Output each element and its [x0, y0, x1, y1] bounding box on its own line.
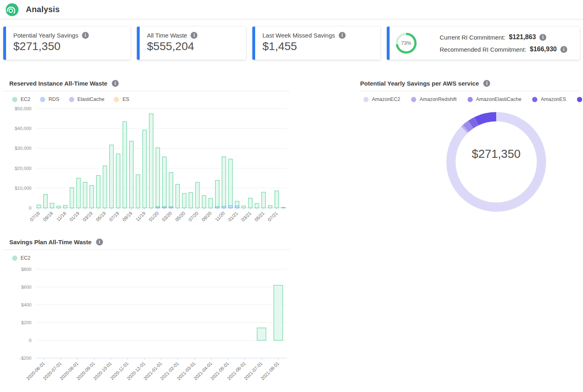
legend-item-rds[interactable]: RDS	[40, 96, 59, 102]
legend-item-amazones[interactable]: AmazonES	[532, 96, 566, 102]
legend-item-amazonrds[interactable]: AmazonRDS	[577, 96, 583, 102]
legend-item-amazonredshift[interactable]: AmazonRedshift	[411, 96, 457, 102]
bar-ec2-06/20[interactable]	[189, 193, 193, 208]
bar-ec2-08/21[interactable]	[281, 208, 285, 208]
bar-ec2-03/20[interactable]	[169, 172, 173, 207]
bar-ec2-2021-07-01[interactable]	[257, 328, 266, 340]
ri-waste-bar-chart[interactable]: $50,000$40,000$30,000$20,000$10,000007/1…	[3, 105, 290, 233]
page-title: Analysis	[26, 5, 60, 14]
bar-ec2-04/19[interactable]	[96, 176, 101, 208]
bar-ec2-10/18[interactable]	[57, 206, 61, 208]
bar-ec2-01/20[interactable]	[156, 148, 160, 207]
bar-ec2-10/20[interactable]	[215, 180, 219, 207]
donut-slice-amazonredshift[interactable]	[464, 128, 466, 130]
bar-rds-10/20[interactable]	[215, 207, 219, 208]
bar-ec2-09/18[interactable]	[50, 203, 54, 208]
commit-label: Recommended RI Commitment:	[440, 46, 526, 53]
bar-ec2-05/20[interactable]	[182, 193, 187, 208]
bar-ec2-05/21[interactable]	[262, 192, 266, 208]
bar-ec2-08/20[interactable]	[202, 195, 206, 208]
svg-text:03/19: 03/19	[82, 211, 94, 222]
donut-slice-amazonrds[interactable]	[476, 117, 496, 121]
bar-ec2-06/21[interactable]	[268, 205, 272, 208]
savings-donut-chart[interactable]	[359, 109, 580, 217]
bar-ec2-02/20[interactable]	[162, 157, 166, 207]
svg-text:11/20: 11/20	[214, 211, 226, 222]
svg-text:$50,000: $50,000	[15, 106, 31, 111]
bar-ec2-11/19[interactable]	[143, 130, 147, 208]
svg-text:07/19: 07/19	[108, 211, 120, 222]
bar-ec2-06/19[interactable]	[109, 145, 113, 208]
bar-ec2-03/21[interactable]	[248, 198, 252, 208]
card-value: $1,455	[262, 40, 373, 53]
card-label: Last Week Missed Savings	[262, 32, 335, 39]
svg-text:$20,000: $20,000	[15, 166, 31, 171]
svg-text:03/21: 03/21	[241, 211, 252, 222]
info-icon[interactable]	[191, 32, 197, 39]
bar-ec2-07/18[interactable]	[37, 205, 41, 208]
legend-item-amazonec2[interactable]: AmazonEC2	[363, 96, 400, 102]
legend-label: ES	[122, 96, 129, 102]
bar-ec2-09/19[interactable]	[130, 141, 134, 208]
bar-ec2-12/18[interactable]	[70, 188, 74, 208]
bar-ec2-10/19[interactable]	[136, 175, 140, 208]
bar-ec2-02/21[interactable]	[242, 206, 246, 208]
bar-rds-12/20[interactable]	[229, 206, 233, 208]
legend-item-elasticache[interactable]: ElastiCache	[69, 96, 105, 102]
bar-ec2-07/20[interactable]	[195, 182, 199, 208]
donut-slice-amazonelasticache[interactable]	[466, 124, 471, 128]
app-logo-icon[interactable]	[5, 3, 19, 17]
bar-ec2-07/21[interactable]	[275, 191, 279, 208]
bar-ec2-04/21[interactable]	[255, 203, 259, 208]
commit-label: Current RI Commitment:	[440, 34, 505, 41]
svg-text:03/20: 03/20	[161, 211, 173, 222]
legend-item-es[interactable]: ES	[114, 96, 129, 102]
svg-text:$800: $800	[21, 267, 31, 272]
bar-ec2-01/21[interactable]	[235, 201, 239, 206]
svg-text:01/21: 01/21	[227, 211, 239, 222]
info-icon[interactable]	[560, 46, 567, 53]
commit-value: $166,930	[530, 46, 557, 53]
info-icon[interactable]	[339, 32, 346, 39]
legend-item-ec2[interactable]: EC2	[12, 255, 30, 261]
bar-ec2-05/19[interactable]	[103, 166, 107, 208]
bar-ec2-12/20[interactable]	[229, 159, 233, 206]
info-icon[interactable]	[82, 32, 89, 39]
bar-ec2-12/19[interactable]	[149, 114, 153, 208]
svg-text:07/18: 07/18	[29, 211, 41, 222]
bar-ec2-08/19[interactable]	[123, 122, 127, 208]
info-icon[interactable]	[483, 80, 490, 87]
info-icon[interactable]	[96, 239, 103, 245]
bar-ec2-08/18[interactable]	[44, 195, 48, 208]
legend-item-ec2[interactable]: EC2	[12, 96, 30, 102]
bar-ec2-02/19[interactable]	[83, 182, 87, 208]
donut-slice-amazones[interactable]	[471, 121, 476, 124]
bar-ec2-03/19[interactable]	[90, 185, 94, 208]
bar-ec2-09/20[interactable]	[209, 198, 213, 208]
divider	[3, 249, 290, 250]
sp-waste-section: Savings Plan All-Time Waste EC2 $800$600…	[3, 239, 290, 392]
bar-rds-11/20[interactable]	[222, 206, 226, 208]
card-potential-yearly-savings: Potential Yearly Savings $271,350	[3, 27, 130, 60]
bar-ec2-01/19[interactable]	[77, 178, 81, 208]
bar-ec2-11/20[interactable]	[222, 157, 226, 206]
sp-waste-bar-chart[interactable]: $800$600$400$2000-$2002020-06-012020-07-…	[3, 263, 290, 392]
ring-percent-label: 73%	[395, 32, 417, 54]
info-icon[interactable]	[112, 80, 119, 87]
card-label: All Time Waste	[147, 32, 187, 39]
legend-dot	[411, 97, 416, 102]
donut-slice-amazonec2[interactable]	[451, 117, 541, 207]
legend-dot	[12, 256, 17, 261]
bar-ec2-04/20[interactable]	[176, 184, 180, 208]
legend-label: AmazonElastiCache	[476, 96, 522, 102]
legend-item-amazonelasticache[interactable]: AmazonElastiCache	[468, 96, 522, 102]
svg-text:05/21: 05/21	[254, 211, 265, 222]
bar-ec2-11/18[interactable]	[63, 205, 67, 208]
bar-ec2-2021-08-01[interactable]	[274, 285, 283, 340]
recommended-ri-commitment-row: Recommended RI Commitment: $166,930	[440, 46, 567, 53]
info-icon[interactable]	[539, 34, 546, 41]
bar-rds-01/21[interactable]	[235, 206, 239, 208]
legend-label: RDS	[48, 96, 59, 102]
left-column: Reserved Instance All-Time Waste EC2RDSE…	[3, 80, 290, 392]
bar-ec2-07/19[interactable]	[116, 154, 120, 208]
